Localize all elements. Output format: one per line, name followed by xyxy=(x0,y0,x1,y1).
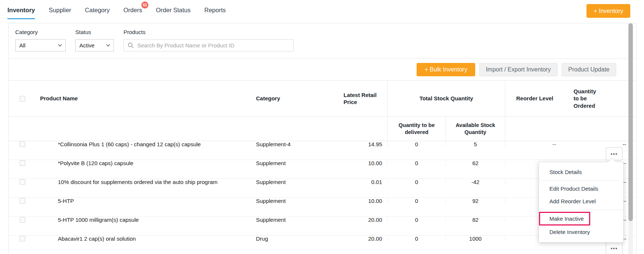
latest-retail-price-cell: 10.00 xyxy=(332,160,387,166)
nav-tab-label: Category xyxy=(85,7,110,14)
quantity-to-be-delivered-cell: 0 xyxy=(387,235,446,242)
latest-retail-price-cell: 20.00 xyxy=(332,217,387,223)
reorder-level-cell: -- xyxy=(505,141,564,147)
available-stock-quantity-cell: 82 xyxy=(446,217,505,223)
category-cell: Supplement xyxy=(248,217,332,223)
latest-retail-price-header: Latest Retail Price xyxy=(332,81,387,116)
category-cell: Supplement xyxy=(248,160,332,166)
menu-item[interactable]: Stock Details xyxy=(539,166,623,178)
menu-divider xyxy=(539,210,623,210)
vertical-scrollbar-track[interactable] xyxy=(628,23,633,254)
row-actions-ellipsis-button[interactable]: ••• xyxy=(606,147,622,160)
category-select[interactable]: All xyxy=(15,39,66,51)
row-actions-ellipsis-button[interactable]: ••• xyxy=(606,242,622,254)
filters-bar: Category All Status Active Products xyxy=(9,23,636,59)
total-stock-quantity-header: Total Stock Quantity xyxy=(387,81,505,116)
category-cell: Supplement xyxy=(248,179,332,185)
nav-tab[interactable]: Inventory xyxy=(7,2,35,19)
product-name-header: Product Name xyxy=(36,81,248,116)
nav-tab-label: Supplier xyxy=(49,7,71,14)
nav-tab[interactable]: Reports xyxy=(204,2,226,19)
nav-tabs: Inventory Supplier Category Orders 61 Or… xyxy=(7,0,240,21)
top-navigation: Inventory Supplier Category Orders 61 Or… xyxy=(0,0,644,21)
quantity-to-be-delivered-cell: 0 xyxy=(387,198,446,204)
latest-retail-price-cell: 10.00 xyxy=(332,198,387,204)
nav-tab[interactable]: Orders 61 xyxy=(124,2,142,19)
table-header-row: Product Name Category Latest Retail Pric… xyxy=(9,81,636,117)
product-name-cell: *Collinsonia Plus 1 (60 caps) - changed … xyxy=(36,141,248,147)
nav-tab[interactable]: Order Status xyxy=(156,2,191,19)
product-name-cell: 5-HTP 1000 milligram(s) capsule xyxy=(36,217,248,223)
quantity-to-be-delivered-cell: 0 xyxy=(387,160,446,166)
orders-count-badge: 61 xyxy=(141,1,148,9)
reorder-level-header: Reorder Level xyxy=(505,81,564,116)
table-row: *Collinsonia Plus 1 (60 caps) - changed … xyxy=(9,141,636,160)
row-actions-menu: Stock Details Edit Product Details Add R… xyxy=(539,162,624,243)
nav-tab[interactable]: Category xyxy=(85,2,110,19)
product-name-cell: 5-HTP xyxy=(36,198,248,204)
menu-item[interactable]: Add Reorder Level xyxy=(539,195,623,208)
latest-retail-price-cell: 14.95 xyxy=(332,141,387,147)
available-stock-quantity-cell: 92 xyxy=(446,198,505,204)
menu-item-group: Add Reorder Level xyxy=(539,195,623,210)
menu-item-group: Delete Inventory xyxy=(539,226,623,238)
category-cell: Supplement-4 xyxy=(248,141,332,147)
quantity-to-be-ordered-cell: -- xyxy=(564,141,636,147)
available-stock-quantity-header: Available Stock Quantity xyxy=(446,117,505,141)
select-all-checkbox[interactable] xyxy=(20,96,25,101)
quantity-to-be-delivered-header: Quantity to be delivered xyxy=(387,117,446,141)
category-select-value: All xyxy=(19,42,26,49)
available-stock-quantity-cell: 5 xyxy=(446,141,505,147)
row-checkbox[interactable] xyxy=(20,236,25,241)
menu-item[interactable]: Edit Product Details xyxy=(539,183,623,195)
product-name-cell: 10% discount for supplements ordered via… xyxy=(36,179,248,185)
row-checkbox[interactable] xyxy=(20,217,25,223)
row-checkbox[interactable] xyxy=(20,160,25,166)
product-search-input[interactable] xyxy=(124,39,294,51)
search-icon xyxy=(128,42,134,49)
menu-item-group: Make Inactive xyxy=(539,212,623,225)
product-name-cell: Abacavir1 2 cap(s) oral solution xyxy=(36,235,248,242)
nav-tab-label: Orders xyxy=(124,7,142,14)
latest-retail-price-cell: 20.00 xyxy=(332,235,387,242)
available-stock-quantity-cell: -42 xyxy=(446,179,505,185)
product-update-button[interactable]: Product Update xyxy=(562,63,616,76)
available-stock-quantity-cell: 1000 xyxy=(446,235,505,242)
quantity-to-be-delivered-cell: 0 xyxy=(387,141,446,147)
row-checkbox[interactable] xyxy=(20,179,25,185)
bulk-inventory-button[interactable]: + Bulk Inventory xyxy=(417,63,475,76)
product-search xyxy=(124,39,294,51)
table-toolbar: + Bulk Inventory Import / Export Invento… xyxy=(9,59,636,81)
vertical-scrollbar-thumb[interactable] xyxy=(628,23,633,221)
products-filter-label: Products xyxy=(124,29,294,35)
category-filter-label: Category xyxy=(15,29,66,35)
quantity-to-be-delivered-cell: 0 xyxy=(387,179,446,185)
table-subheader-row: Quantity to be delivered Available Stock… xyxy=(9,117,636,141)
add-inventory-button[interactable]: + Inventory xyxy=(586,4,630,18)
menu-item-group: Edit Product Details xyxy=(539,183,623,195)
status-select-value: Active xyxy=(79,42,95,49)
products-filter: Products xyxy=(124,29,294,59)
menu-item[interactable]: Delete Inventory xyxy=(539,226,623,238)
product-name-cell: *Polyvite B (120 caps) capsule xyxy=(36,160,248,166)
row-checkbox[interactable] xyxy=(20,198,25,204)
import-export-inventory-button[interactable]: Import / Export Inventory xyxy=(479,63,558,76)
chevron-down-icon xyxy=(58,44,62,47)
nav-tab[interactable]: Supplier xyxy=(49,2,71,19)
row-checkbox[interactable] xyxy=(20,141,25,147)
nav-tab-label: Inventory xyxy=(7,7,35,14)
category-filter: Category All xyxy=(15,29,66,59)
category-header: Category xyxy=(248,81,332,116)
quantity-to-be-ordered-header: Quantity to be Ordered xyxy=(564,81,636,116)
nav-tab-label: Order Status xyxy=(156,7,191,14)
chevron-down-icon xyxy=(106,44,110,47)
menu-items: Stock Details Edit Product Details Add R… xyxy=(539,166,623,238)
status-select[interactable]: Active xyxy=(75,39,114,51)
quantity-to-be-delivered-cell: 0 xyxy=(387,217,446,223)
status-filter-label: Status xyxy=(75,29,114,35)
nav-tab-label: Reports xyxy=(204,7,226,14)
status-filter: Status Active xyxy=(75,29,114,59)
category-cell: Drug xyxy=(248,235,332,242)
available-stock-quantity-cell: 62 xyxy=(446,160,505,166)
menu-item[interactable]: Make Inactive xyxy=(539,212,590,225)
